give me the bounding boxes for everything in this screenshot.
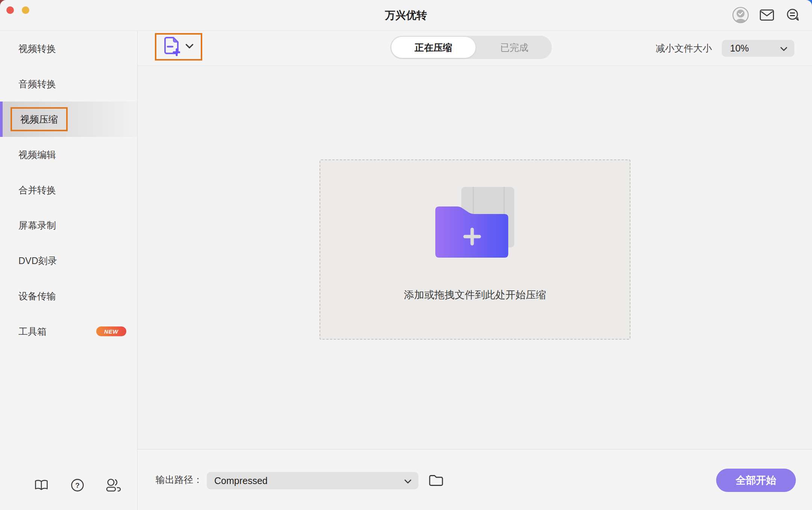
add-file-icon — [164, 36, 180, 57]
start-all-button[interactable]: 全部开始 — [716, 469, 796, 492]
output-path-label: 输出路径： — [156, 449, 203, 510]
sidebar-item-label: 屏幕录制 — [18, 219, 56, 232]
svg-text:?: ? — [75, 481, 80, 489]
sidebar-item-label: 音频转换 — [18, 78, 56, 90]
tab-completed[interactable]: 已完成 — [477, 36, 552, 59]
screen: 万兴优转 — [0, 0, 812, 510]
share-users-icon — [106, 478, 121, 493]
sidebar-footer: ? — [0, 461, 137, 510]
output-path-value: Compressed — [214, 475, 268, 486]
app-window: 万兴优转 — [0, 0, 812, 510]
sidebar-item-label: DVD刻录 — [18, 255, 57, 267]
sidebar-item-label: 设备传输 — [18, 290, 56, 302]
reduce-size-dropdown[interactable]: 10% — [722, 40, 794, 57]
compress-tabs: 正在压缩 已完成 — [390, 36, 552, 59]
file-dropzone[interactable]: 添加或拖拽文件到此处开始压缩 — [320, 159, 630, 340]
bottombar: 输出路径： Compressed 全部开始 — [138, 449, 812, 510]
help-icon: ? — [71, 478, 84, 493]
sidebar-item-label: 视频转换 — [18, 42, 56, 55]
sidebar-item-label: 视频压缩 — [20, 113, 58, 126]
guide-button[interactable] — [32, 477, 50, 495]
account-icon — [732, 6, 749, 25]
sidebar-item-screen-record[interactable]: 屏幕录制 — [0, 208, 137, 243]
chevron-down-icon — [185, 44, 194, 50]
mail-icon — [760, 9, 774, 22]
reduce-size-value: 10% — [730, 43, 749, 54]
sidebar-item-dvd-burn[interactable]: DVD刻录 — [0, 243, 137, 278]
sidebar-item-audio-convert[interactable]: 音频转换 — [0, 66, 137, 102]
sidebar-item-merge-convert[interactable]: 合并转换 — [0, 172, 137, 208]
help-button[interactable]: ? — [68, 477, 86, 495]
titlebar: 万兴优转 — [0, 0, 812, 31]
titlebar-icons — [732, 0, 802, 31]
sidebar-item-device-transfer[interactable]: 设备传输 — [0, 278, 137, 314]
annotation-highlight-compress: 视频压缩 — [11, 107, 68, 131]
sidebar-item-video-convert[interactable]: 视频转换 — [0, 31, 137, 66]
main-content: 添加或拖拽文件到此处开始压缩 — [138, 66, 812, 449]
sidebar-item-video-edit[interactable]: 视频编辑 — [0, 137, 137, 172]
browse-folder-button[interactable] — [428, 472, 444, 489]
share-button[interactable] — [105, 477, 123, 495]
feedback-icon — [786, 9, 800, 23]
sidebar-item-toolbox[interactable]: 工具箱 NEW — [0, 314, 137, 349]
dropzone-hint: 添加或拖拽文件到此处开始压缩 — [404, 288, 546, 302]
new-badge: NEW — [96, 326, 126, 336]
window-title: 万兴优转 — [0, 0, 812, 31]
selected-accent-bar — [0, 102, 3, 137]
sidebar-item-label: 视频编辑 — [18, 149, 56, 161]
mail-button[interactable] — [758, 6, 776, 24]
output-path-dropdown[interactable]: Compressed — [207, 472, 418, 489]
account-button[interactable] — [732, 6, 750, 24]
folder-icon — [429, 474, 444, 488]
reduce-size-label: 减小文件大小 — [656, 42, 712, 55]
add-file-button[interactable] — [155, 33, 202, 61]
guide-book-icon — [34, 479, 48, 492]
reduce-size-group: 减小文件大小 10% — [656, 31, 794, 66]
add-folder-icon — [435, 187, 515, 261]
tab-compressing[interactable]: 正在压缩 — [391, 37, 476, 58]
sidebar-item-label: 工具箱 — [18, 325, 47, 338]
feedback-button[interactable] — [784, 6, 802, 24]
chevron-down-icon — [780, 43, 788, 54]
chevron-down-icon — [404, 475, 412, 486]
toolbar: 正在压缩 已完成 减小文件大小 10% — [138, 31, 812, 66]
sidebar-item-label: 合并转换 — [18, 184, 56, 196]
sidebar: 视频转换 音频转换 视频压缩 视频编辑 合并转换 屏幕录制 DVD刻录 — [0, 31, 138, 510]
sidebar-item-video-compress[interactable]: 视频压缩 — [0, 102, 137, 137]
